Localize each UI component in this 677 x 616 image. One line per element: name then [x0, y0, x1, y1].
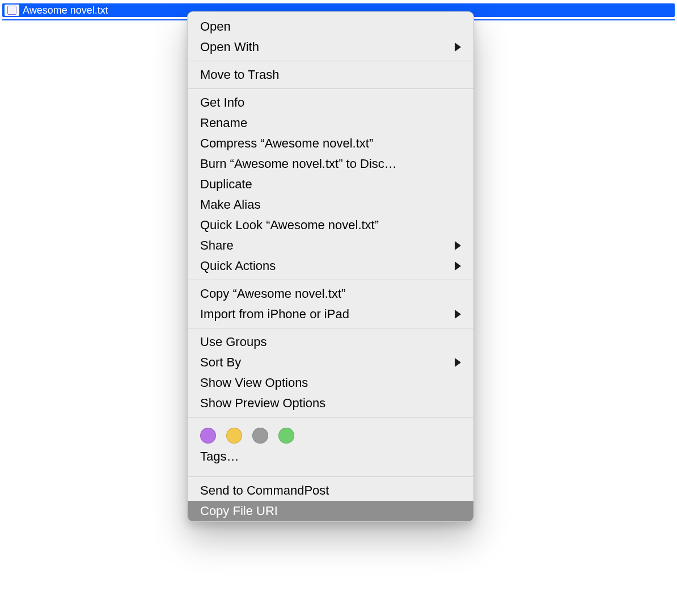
- menu-item-label: Compress “Awesome novel.txt”: [200, 136, 373, 150]
- menu-item-label: Rename: [200, 116, 247, 130]
- menu-item-compress[interactable]: Compress “Awesome novel.txt”: [188, 133, 473, 154]
- menu-item-open-with[interactable]: Open With: [188, 37, 473, 57]
- file-name-label: Awesome novel.txt: [23, 5, 108, 16]
- menu-separator: [188, 476, 473, 477]
- menu-item-import-from-iphone[interactable]: Import from iPhone or iPad: [188, 304, 473, 324]
- menu-item-label: Import from iPhone or iPad: [200, 307, 349, 321]
- file-icon: [5, 5, 19, 16]
- menu-item-share[interactable]: Share: [188, 235, 473, 256]
- menu-item-quick-look[interactable]: Quick Look “Awesome novel.txt”: [188, 215, 473, 235]
- menu-separator: [188, 280, 473, 280]
- menu-item-label: Duplicate: [200, 177, 252, 191]
- menu-item-show-preview-options[interactable]: Show Preview Options: [188, 393, 473, 414]
- menu-item-label: Tags…: [200, 449, 239, 463]
- menu-item-label: Share: [200, 238, 234, 252]
- menu-item-quick-actions[interactable]: Quick Actions: [188, 256, 473, 276]
- menu-item-label: Get Info: [200, 95, 244, 109]
- menu-item-move-to-trash[interactable]: Move to Trash: [188, 65, 473, 85]
- menu-item-tags[interactable]: Tags…: [188, 448, 473, 473]
- menu-item-label: Open With: [200, 40, 259, 54]
- menu-item-label: Copy “Awesome novel.txt”: [200, 286, 345, 301]
- menu-item-label: Burn “Awesome novel.txt” to Disc…: [200, 157, 397, 171]
- menu-item-rename[interactable]: Rename: [188, 113, 473, 133]
- menu-separator: [188, 417, 473, 417]
- menu-item-label: Sort By: [200, 355, 241, 369]
- menu-item-use-groups[interactable]: Use Groups: [188, 332, 473, 352]
- menu-separator: [188, 328, 473, 328]
- tag-dot-gray[interactable]: [252, 428, 268, 444]
- menu-item-label: Make Alias: [200, 197, 260, 212]
- tags-row: [188, 421, 473, 448]
- tag-dot-yellow[interactable]: [226, 428, 242, 444]
- menu-item-send-to-commandpost[interactable]: Send to CommandPost: [188, 480, 473, 501]
- menu-item-show-view-options[interactable]: Show View Options: [188, 373, 473, 393]
- menu-item-copy[interactable]: Copy “Awesome novel.txt”: [188, 284, 473, 304]
- menu-item-label: Open: [200, 19, 231, 33]
- menu-item-sort-by[interactable]: Sort By: [188, 352, 473, 373]
- tag-dot-green[interactable]: [278, 428, 294, 444]
- menu-item-get-info[interactable]: Get Info: [188, 92, 473, 113]
- menu-separator: [188, 61, 473, 61]
- menu-item-duplicate[interactable]: Duplicate: [188, 174, 473, 195]
- menu-item-label: Show Preview Options: [200, 396, 325, 410]
- menu-separator: [188, 88, 473, 89]
- menu-item-burn-to-disc[interactable]: Burn “Awesome novel.txt” to Disc…: [188, 154, 473, 174]
- menu-item-open[interactable]: Open: [188, 16, 473, 37]
- menu-item-label: Use Groups: [200, 335, 266, 349]
- menu-item-label: Quick Actions: [200, 259, 276, 273]
- menu-item-label: Send to CommandPost: [200, 483, 329, 497]
- menu-item-label: Show View Options: [200, 375, 308, 390]
- menu-item-label: Copy File URI: [200, 504, 278, 518]
- menu-item-make-alias[interactable]: Make Alias: [188, 195, 473, 215]
- menu-item-copy-file-uri[interactable]: Copy File URI: [188, 501, 473, 521]
- tag-dot-purple[interactable]: [200, 428, 216, 444]
- context-menu: Open Open With Move to Trash Get Info Re…: [187, 11, 474, 522]
- menu-item-label: Move to Trash: [200, 67, 279, 82]
- menu-item-label: Quick Look “Awesome novel.txt”: [200, 218, 379, 232]
